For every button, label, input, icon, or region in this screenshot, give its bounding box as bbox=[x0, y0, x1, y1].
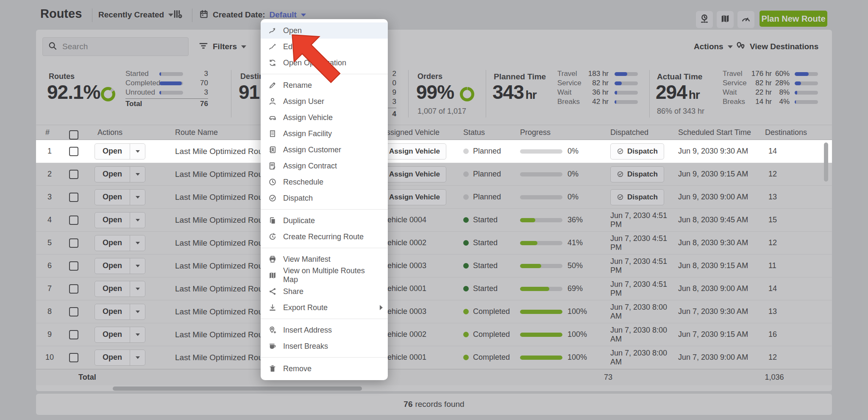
printer-icon bbox=[268, 255, 277, 263]
vertical-scrollbar[interactable] bbox=[824, 143, 828, 182]
coffee-icon bbox=[268, 342, 277, 350]
facility-icon bbox=[268, 129, 277, 138]
user-icon bbox=[268, 97, 277, 106]
clock-icon bbox=[268, 178, 277, 186]
progress-label: 0% bbox=[568, 147, 579, 156]
status-label: Planned bbox=[473, 147, 501, 156]
trash-icon bbox=[268, 364, 277, 373]
dispatch-check-icon bbox=[617, 148, 624, 155]
vehicle-icon bbox=[268, 113, 277, 122]
menu-divider bbox=[261, 248, 388, 248]
menu-item-assign-vehicle[interactable]: Assign Vehicle bbox=[261, 109, 388, 126]
menu-item-insert-breaks[interactable]: Insert Breaks bbox=[261, 338, 388, 354]
red-annotation-arrow bbox=[275, 25, 353, 90]
menu-item-remove[interactable]: Remove bbox=[261, 361, 388, 377]
menu-item-view-on-multiple-routes-map[interactable]: View on Multiple Routes Map bbox=[261, 267, 388, 283]
menu-divider bbox=[261, 357, 388, 358]
scheduled-start-time: Jun 9, 2030 9:30 AM bbox=[678, 140, 757, 162]
map-icon bbox=[268, 271, 277, 280]
row-number: 1 bbox=[40, 140, 59, 162]
pin-plus-icon bbox=[268, 326, 277, 334]
menu-divider bbox=[261, 209, 388, 210]
menu-item-export-route[interactable]: Export Route bbox=[261, 300, 388, 316]
dispatch-button[interactable]: Dispatch bbox=[610, 143, 664, 160]
duplicate-icon bbox=[268, 216, 277, 225]
chevron-down-icon[interactable] bbox=[130, 144, 145, 159]
menu-item-dispatch[interactable]: Dispatch bbox=[261, 190, 388, 206]
menu-item-share[interactable]: Share bbox=[261, 283, 388, 300]
menu-item-assign-contract[interactable]: Assign Contract bbox=[261, 158, 388, 174]
dispatch-icon bbox=[268, 194, 277, 202]
download-icon bbox=[268, 303, 277, 312]
menu-item-assign-facility[interactable]: Assign Facility bbox=[261, 126, 388, 142]
dim-overlay bbox=[0, 0, 868, 420]
progress-bar bbox=[520, 149, 562, 154]
destinations-count: 14 bbox=[768, 140, 798, 162]
share-icon bbox=[268, 287, 277, 296]
menu-divider bbox=[261, 319, 388, 319]
status-dot bbox=[463, 148, 469, 154]
menu-item-duplicate[interactable]: Duplicate bbox=[261, 213, 388, 229]
menu-item-assign-customer[interactable]: Assign Customer bbox=[261, 142, 388, 158]
row-checkbox[interactable] bbox=[69, 147, 78, 156]
menu-item-create-recurring-route[interactable]: Create Recurring Route bbox=[261, 229, 388, 245]
open-route-button[interactable]: Open bbox=[95, 143, 145, 160]
recurring-icon bbox=[268, 232, 277, 241]
menu-item-insert-address[interactable]: Insert Address bbox=[261, 322, 388, 338]
routes-page: Routes Recently Created Created Date: De… bbox=[0, 0, 868, 420]
submenu-arrow-icon bbox=[380, 305, 383, 310]
menu-item-reschedule[interactable]: Reschedule bbox=[261, 174, 388, 190]
menu-item-assign-user[interactable]: Assign User bbox=[261, 93, 388, 109]
assign-vehicle-button[interactable]: Assign Vehicle bbox=[383, 143, 446, 160]
customer-icon bbox=[268, 146, 277, 154]
table-row[interactable]: 1 Open Last Mile Optimized Route Assign … bbox=[36, 140, 832, 163]
menu-item-view-manifest[interactable]: View Manifest bbox=[261, 251, 388, 267]
contract-icon bbox=[268, 162, 277, 170]
